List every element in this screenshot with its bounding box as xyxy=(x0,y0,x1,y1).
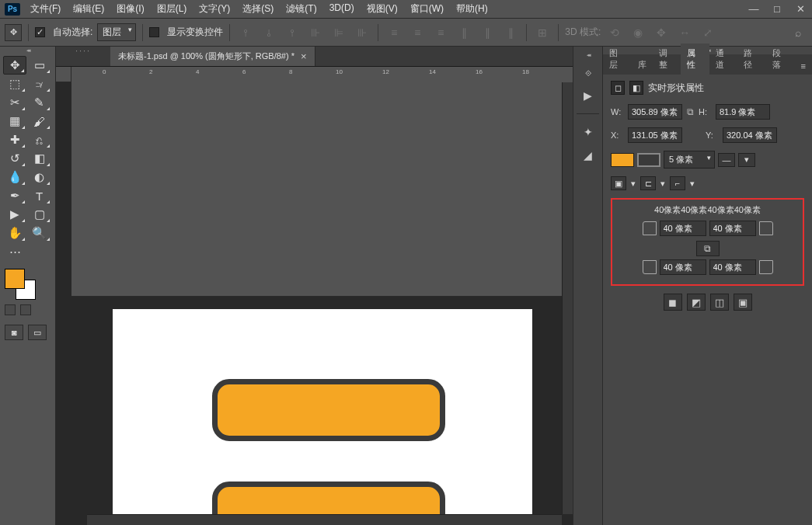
canvas-viewport[interactable] xyxy=(71,297,573,526)
combine-shapes-button[interactable]: ◼ xyxy=(664,294,682,311)
tab-paragraph[interactable]: 段落 xyxy=(766,43,795,75)
quick-mask-toggle[interactable]: ◙ xyxy=(5,325,23,340)
lasso-tool[interactable]: ⟉ xyxy=(28,75,51,93)
titlebar: Ps 文件(F) 编辑(E) 图像(I) 图层(L) 文字(Y) 选择(S) 滤… xyxy=(0,0,812,19)
menu-select[interactable]: 选择(S) xyxy=(237,0,279,19)
tab-libraries[interactable]: 库 xyxy=(632,55,653,75)
document-tab[interactable]: 未标题-1.psd @ 100% (圆角矩形下, RGB/8#) * × xyxy=(110,47,315,66)
rounded-rect-shape-1[interactable] xyxy=(212,379,445,441)
intersect-shapes-button[interactable]: ◫ xyxy=(710,294,729,311)
app-logo: Ps xyxy=(5,3,20,16)
stroke-color-swatch[interactable] xyxy=(637,153,660,167)
minimize-button[interactable]: — xyxy=(742,1,765,18)
history-panel-icon[interactable]: ⟐ xyxy=(577,62,599,82)
tab-layers[interactable]: 图层 xyxy=(603,43,632,75)
menu-type[interactable]: 文字(Y) xyxy=(193,0,235,19)
menu-3d[interactable]: 3D(D) xyxy=(324,0,360,19)
move-tool[interactable]: ✥ xyxy=(3,56,26,75)
dock-collapse-handle[interactable] xyxy=(573,51,602,59)
artboard-tool[interactable]: ▭ xyxy=(28,56,51,75)
tab-properties[interactable]: 属性 xyxy=(681,43,709,75)
3d-slide-icon: ↔ xyxy=(675,23,694,42)
menu-filter[interactable]: 滤镜(T) xyxy=(281,0,322,19)
vertical-scrollbar[interactable] xyxy=(562,82,573,514)
tools-collapse-handle[interactable] xyxy=(0,47,55,54)
marquee-rect-tool[interactable]: ▦ xyxy=(3,112,26,130)
auto-select-target[interactable]: 图层 xyxy=(97,23,136,41)
search-icon[interactable]: ⌕ xyxy=(789,23,807,42)
hand-tool[interactable]: ✋ xyxy=(3,224,26,242)
stroke-align-select[interactable]: ▣ xyxy=(611,176,626,190)
foreground-color[interactable] xyxy=(5,269,25,289)
marquee-tool[interactable]: ⬚ xyxy=(3,75,26,93)
right-dock: ⟐ ▶ ✦ ◢ 图层 库 调整 属性 通道 路径 段落 ≡ ◻ ◧ xyxy=(573,47,812,525)
link-corners-button[interactable]: ⧉ xyxy=(696,241,720,256)
corner-tr-input[interactable] xyxy=(709,221,756,236)
auto-select-checkbox[interactable]: ✓ xyxy=(35,27,45,37)
maximize-button[interactable]: □ xyxy=(765,1,789,18)
shape-mode-icon[interactable]: ◻ xyxy=(611,81,625,95)
horizontal-ruler[interactable]: 0 2 4 6 8 10 12 14 16 18 xyxy=(71,67,573,297)
tab-channels[interactable]: 通道 xyxy=(709,43,738,75)
y-input[interactable] xyxy=(723,127,777,143)
menu-help[interactable]: 帮助(H) xyxy=(451,0,493,19)
eyedropper-tool[interactable]: ✎ xyxy=(28,93,51,112)
shape-tool[interactable]: ▢ xyxy=(28,205,51,224)
corner-bl-input[interactable] xyxy=(660,259,706,275)
clone-tool[interactable]: ⎌ xyxy=(28,130,51,149)
y-label: Y: xyxy=(706,130,718,140)
stroke-width-select[interactable]: 5 像素 xyxy=(664,151,715,169)
spot-heal-tool[interactable]: ✚ xyxy=(3,130,26,149)
horizontal-scrollbar[interactable] xyxy=(87,514,562,525)
corner-br-input[interactable] xyxy=(709,259,756,275)
crop-tool[interactable]: ✂ xyxy=(3,93,26,112)
close-document-icon[interactable]: × xyxy=(301,50,307,62)
doc-drag-handle[interactable] xyxy=(56,47,110,54)
canvas[interactable] xyxy=(113,309,532,526)
link-wh-icon[interactable]: ⧉ xyxy=(687,106,694,117)
exclude-shapes-button[interactable]: ▣ xyxy=(734,294,752,311)
fill-color-swatch[interactable] xyxy=(611,153,634,167)
path-select-tool[interactable]: ▶ xyxy=(3,205,26,224)
subtract-shapes-button[interactable]: ◩ xyxy=(687,294,706,311)
history-brush-tool[interactable]: ↺ xyxy=(3,149,26,168)
histogram-panel-icon[interactable]: ◢ xyxy=(577,145,599,165)
show-transform-checkbox[interactable] xyxy=(149,27,159,37)
actions-panel-icon[interactable]: ▶ xyxy=(577,85,599,106)
menu-edit[interactable]: 编辑(E) xyxy=(68,0,110,19)
mask-mode-icon[interactable]: ◧ xyxy=(629,81,643,95)
close-button[interactable]: ✕ xyxy=(789,1,812,18)
color-swatches xyxy=(0,262,55,322)
blur-tool[interactable]: 💧 xyxy=(3,168,26,186)
tab-paths[interactable]: 路径 xyxy=(737,43,766,75)
stroke-corners-select[interactable]: ⌐ xyxy=(670,176,685,190)
x-input[interactable] xyxy=(628,127,682,143)
navigator-panel-icon[interactable]: ✦ xyxy=(577,122,599,142)
menu-file[interactable]: 文件(F) xyxy=(25,0,66,19)
edit-toolbar[interactable]: ⋯ xyxy=(3,242,26,261)
gradient-tool[interactable]: ◧ xyxy=(28,149,51,168)
panel-menu-icon[interactable]: ≡ xyxy=(795,57,812,75)
tab-adjustments[interactable]: 调整 xyxy=(653,43,681,75)
height-input[interactable] xyxy=(716,104,770,120)
menu-image[interactable]: 图像(I) xyxy=(111,0,149,19)
stroke-style-select[interactable]: — xyxy=(718,153,735,167)
corner-tl-input[interactable] xyxy=(660,221,706,236)
pen-tool[interactable]: ✒ xyxy=(3,186,26,205)
zoom-tool[interactable]: 🔍 xyxy=(28,224,51,242)
menu-layer[interactable]: 图层(L) xyxy=(152,0,193,19)
menu-view[interactable]: 视图(V) xyxy=(361,0,403,19)
tools-panel: ✥ ▭ ⬚ ⟉ ✂ ✎ ▦ 🖌 ✚ ⎌ ↺ ◧ 💧 ◐ ✒ T ▶ ▢ ✋ 🔍 … xyxy=(0,47,56,525)
swap-colors[interactable] xyxy=(20,304,31,315)
dodge-tool[interactable]: ◐ xyxy=(28,168,51,186)
default-colors[interactable] xyxy=(5,304,16,315)
height-label: H: xyxy=(699,107,711,116)
brush-tool[interactable]: 🖌 xyxy=(28,112,51,130)
screen-mode-toggle[interactable]: ▭ xyxy=(28,325,47,340)
stroke-options-menu[interactable]: ▾ xyxy=(738,153,755,167)
width-input[interactable] xyxy=(628,104,682,120)
menu-window[interactable]: 窗口(W) xyxy=(405,0,449,19)
type-tool[interactable]: T xyxy=(28,186,51,205)
stroke-caps-select[interactable]: ⊏ xyxy=(640,176,656,190)
tool-preset-picker[interactable]: ✥ xyxy=(5,24,22,41)
